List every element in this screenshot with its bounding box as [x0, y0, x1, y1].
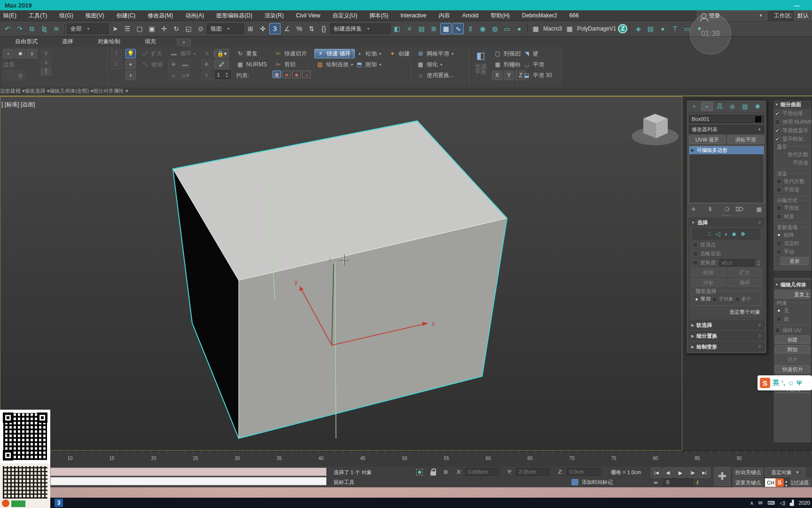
update-button[interactable]: 更新 [781, 257, 809, 265]
menu-item[interactable]: 内容 [433, 10, 456, 21]
radio-preview-disable[interactable] [694, 297, 699, 302]
x-coordinate-field[interactable]: 0.066cm [465, 468, 499, 476]
vertex-mode-icon[interactable]: ▫ [3, 49, 14, 58]
set-key-button[interactable]: 设置关键点 [733, 478, 763, 487]
absolute-mode-icon[interactable]: ⊞ [444, 469, 448, 475]
bind-spacewarp-icon[interactable]: ≋ [51, 23, 62, 34]
object-name-field[interactable]: Box001 [689, 115, 764, 123]
go-to-start-button[interactable]: |◀ [651, 468, 662, 478]
isolate-icon[interactable]: ⍭ [125, 71, 136, 80]
scene-explorer-icon[interactable]: ≣ [428, 23, 439, 34]
ribbon-tab[interactable]: 选择 [50, 36, 86, 47]
menu-item[interactable]: 辑(E) [0, 10, 23, 21]
angle-value-field[interactable]: 45.0 [719, 259, 755, 266]
select-link-icon[interactable]: ⧉ [26, 23, 38, 34]
prev-frame-button[interactable]: ◀| [663, 468, 673, 478]
view-cube[interactable] [632, 114, 679, 145]
align-y-button[interactable]: Y [504, 71, 514, 80]
selection-filter-dropdown[interactable]: 全部▼ [67, 24, 109, 34]
constrain-normal-icon[interactable]: ⊿ [302, 71, 311, 78]
checkbox-by-angle[interactable] [693, 260, 698, 265]
swift-loop-button[interactable]: ⚡快速 循环 [314, 49, 355, 58]
render-icon[interactable]: ● [514, 23, 525, 34]
next-frame-button[interactable]: |▶ [687, 468, 698, 478]
schematic-view-icon[interactable]: ⊻ [465, 23, 476, 34]
loop-grow-icon[interactable]: ✚ [168, 60, 179, 69]
menu-item[interactable]: 脚本(S) [363, 10, 394, 21]
ribbon-group-label[interactable]: 边形建模 ▾ [0, 87, 25, 95]
select-rotate-icon[interactable]: ↻ [171, 23, 182, 34]
grow-up-icon[interactable]: ⇧ [111, 49, 122, 58]
go-to-end-button[interactable]: ▶| [699, 468, 710, 478]
element-mode-icon[interactable]: ⬨ [27, 49, 37, 58]
radio-preview-multi[interactable] [735, 297, 740, 302]
ribbon-group-label[interactable]: 细分 [93, 87, 103, 95]
taskbar-3dsmax-icon[interactable]: 3 [55, 499, 63, 507]
select-by-name-icon[interactable]: ☰ [122, 23, 133, 34]
use-pivot-center-icon[interactable]: ⊞ [245, 23, 256, 34]
checkbox-ignore-backfacing[interactable] [693, 251, 698, 256]
z-coordinate-field[interactable]: 0.0cm [567, 468, 601, 476]
menu-item[interactable]: 创建(C) [110, 10, 142, 21]
percent-snap-icon[interactable]: % [294, 23, 305, 34]
menu-item[interactable]: Arnold [456, 10, 485, 21]
checkbox-smoothing-groups[interactable] [776, 206, 781, 211]
checkbox-show-cage[interactable] [775, 136, 780, 142]
radio-always[interactable] [776, 232, 781, 238]
mesh-smooth-button[interactable]: ⊞网格平滑▾ [415, 49, 456, 58]
ime-lang-mode[interactable]: 英 [773, 379, 779, 387]
property-sheet-icon[interactable]: ▤ [645, 23, 656, 34]
select-object-icon[interactable]: ➤ [109, 23, 121, 34]
repeat-last-button[interactable]: 重复上 [775, 290, 810, 299]
constrain-none-icon[interactable]: ▦ [273, 71, 281, 78]
edge-subobject-icon[interactable]: ◁ [715, 230, 720, 238]
checkbox-preserve-uv[interactable] [775, 328, 780, 333]
loop-shift-icon[interactable]: ⚌ [168, 71, 179, 80]
ime-spinner[interactable]: ▴▾ [785, 479, 787, 488]
menu-item[interactable]: 渲染(R) [258, 10, 290, 21]
play-button[interactable]: ▶ [674, 468, 687, 478]
select-scale-icon[interactable]: ◱ [183, 23, 194, 34]
quick-slice-button-panel[interactable]: 快速切片 [775, 365, 810, 373]
material-editor-icon[interactable]: ◉ [477, 23, 488, 34]
align-x-button[interactable]: X [492, 71, 502, 80]
tray-up-icon[interactable]: ∧ [750, 500, 754, 506]
element-subobject-icon[interactable]: ❖ [740, 230, 746, 238]
utilities-tab[interactable]: ✱ [752, 102, 764, 111]
ribbon-tab[interactable]: 对象绘制 [86, 36, 133, 47]
loop-shrink-icon[interactable]: ▬ [180, 60, 190, 69]
selected-objects-dropdown[interactable]: 选定对象▼ [765, 468, 805, 477]
smooth-30-button[interactable]: ⬓平滑 30 [521, 71, 554, 80]
radio-when-rendering[interactable] [776, 241, 781, 246]
window-crossing-icon[interactable]: ▣ [146, 23, 157, 34]
quick-slice-button[interactable]: ✄快速切片 [273, 49, 311, 58]
track-bar[interactable]: 1015202530354045505560657075808590 [0, 451, 812, 467]
tray-keyboard-icon[interactable]: ⌨ [767, 500, 775, 506]
ribbon-group-label[interactable]: 几何体(全部) ▾ [60, 87, 93, 95]
ribbon-group-label[interactable]: 修改选择 ▾ [25, 87, 50, 95]
radio-manually[interactable] [776, 249, 781, 254]
tweak-icon[interactable]: 🖉 [215, 60, 229, 69]
attach-button[interactable]: ⬒附加▾ [354, 60, 383, 69]
menu-item[interactable]: 图形编辑器(D) [210, 10, 258, 21]
selection-lock-icon[interactable] [430, 471, 436, 476]
ribbon-group-label[interactable]: 对齐 [103, 87, 114, 95]
use-displacement-button[interactable]: ⌂使用置换... [415, 71, 456, 80]
radio-preview-subobj[interactable] [712, 297, 717, 302]
coord-system-dropdown[interactable]: 视图▼ [207, 24, 244, 34]
radio-constraint-face[interactable] [776, 317, 781, 322]
plugin-z-badge[interactable]: Z [618, 24, 627, 33]
make-unique-icon[interactable]: ❍ [724, 206, 729, 213]
snap-toggle-3d-icon[interactable]: 3 [269, 23, 281, 34]
object-color-swatch[interactable] [755, 116, 761, 122]
edit-spinner[interactable]: 1▲▼ [215, 71, 231, 79]
checkbox-materials[interactable] [776, 214, 781, 219]
key-mode-icon[interactable]: ⚷ [695, 479, 699, 485]
frame-spinner-arrows[interactable]: ◂▸ [653, 479, 658, 485]
align-icon[interactable]: ≡ [404, 23, 415, 34]
collapsed-rollout-header[interactable]: ▶软选择⠿ [689, 321, 764, 329]
set-keys-button[interactable]: ✚ [714, 467, 730, 486]
motion-tab[interactable]: ⊚ [726, 102, 738, 111]
add-time-tag[interactable]: 添加时间标记 [582, 479, 613, 486]
show-end-result-icon[interactable]: Ⅱ [709, 206, 711, 213]
